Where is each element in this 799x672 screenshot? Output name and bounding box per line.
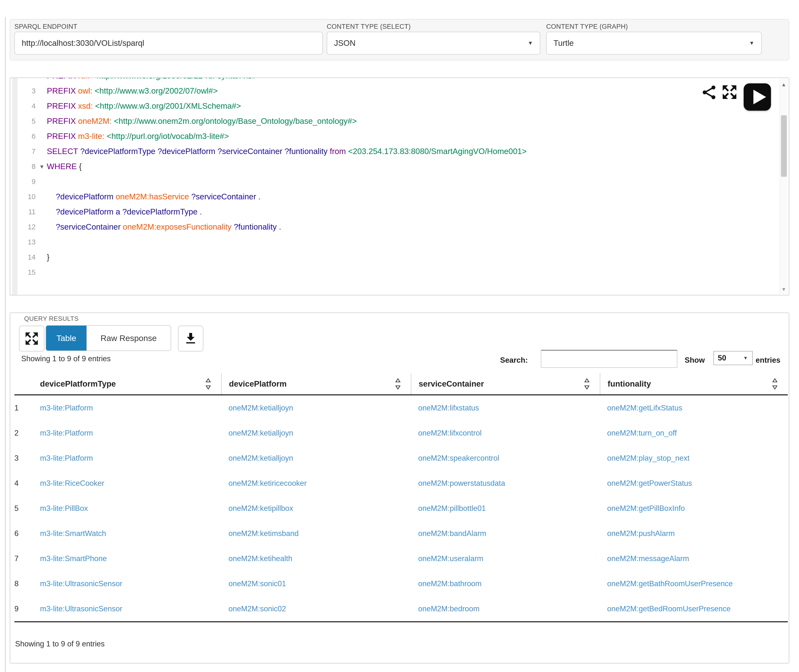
column-label: serviceContainer [419,379,484,389]
row-number: 2 [14,429,40,437]
result-cell-link[interactable]: oneM2M:ketialljoyn [229,404,293,412]
result-cell-link[interactable]: oneM2M:messageAlarm [607,554,689,563]
code-lines: PREFIX rdf: <http://www.w3.org/1999/02/2… [10,78,778,280]
content-type-select-value: JSON [334,38,355,48]
result-cell-link[interactable]: oneM2M:ketimsband [229,529,299,538]
result-cell-link[interactable]: oneM2M:sonic02 [229,605,286,613]
tab-raw-response[interactable]: Raw Response [86,326,171,350]
result-cell-link[interactable]: oneM2M:bandAlarm [418,529,486,538]
result-cell-link[interactable]: oneM2M:lifxstatus [418,404,479,412]
result-cell-link[interactable]: oneM2M:lifxcontrol [418,429,482,437]
header-cell-funtionality[interactable]: funtionality [600,373,788,394]
result-cell: m3-lite:Platform [40,429,221,437]
download-button[interactable] [178,326,203,352]
sort-icon[interactable] [205,378,211,390]
result-cell-link[interactable]: m3-lite:Platform [40,454,93,462]
code-text: PREFIX xsd: <http://www.w3.org/2001/XMLS… [47,98,241,114]
result-cell-link[interactable]: m3-lite:UltrasonicSensor [40,579,122,588]
search-input[interactable] [541,350,677,368]
result-cell-link[interactable]: m3-lite:UltrasonicSensor [40,605,122,613]
result-cell: oneM2M:pushAlarm [600,529,788,538]
result-cell-link[interactable]: oneM2M:getBedRoomUserPresence [607,605,731,613]
content-type-select-dropdown[interactable]: JSON ▼ [327,32,540,54]
code-line: 5PREFIX oneM2M: <http://www.onem2m.org/o… [10,114,778,129]
result-cell-link[interactable]: oneM2M:bedroom [418,605,480,613]
token-var: ?funtionality [234,222,279,231]
result-cell-link[interactable]: oneM2M:ketialljoyn [229,454,293,462]
scroll-down-icon[interactable]: ▼ [780,286,788,292]
code-text: WHERE { [47,159,82,174]
token-pfx: oneM2M:exposesFunctionality [123,222,234,231]
query-editor[interactable]: PREFIX rdf: <http://www.w3.org/1999/02/2… [10,77,789,295]
result-cell: m3-lite:PillBox [40,504,221,513]
result-cell-link[interactable]: oneM2M:ketiricecooker [229,479,306,488]
page-size-select[interactable]: 50 ▼ [713,351,753,365]
header-cell-devicePlatformType[interactable]: devicePlatformType [40,373,221,394]
fold-arrow-icon[interactable]: ▾ [40,159,43,174]
dropdown-caret-icon: ▼ [528,40,533,46]
code-line: 10 ?devicePlatform oneM2M:hasService ?se… [10,189,778,204]
run-query-button[interactable] [744,83,771,110]
result-cell-link[interactable]: oneM2M:getPillBoxInfo [607,504,685,513]
result-cell: oneM2M:ketihealth [221,554,411,563]
result-cell: oneM2M:getBathRoomUserPresence [600,579,788,588]
line-number: 10 [10,189,44,204]
result-cell-link[interactable]: oneM2M:bathroom [418,579,482,588]
content-type-graph-dropdown[interactable]: Turtle ▼ [546,32,762,54]
fullscreen-icon[interactable] [722,85,737,99]
page-size-value: 50 [718,354,726,362]
editor-scrollbar[interactable]: ▲ ▼ [780,79,788,294]
result-cell: oneM2M:bathroom [411,579,600,588]
share-icon[interactable] [702,85,716,99]
result-cell-link[interactable]: oneM2M:speakercontrol [418,454,500,462]
tab-table[interactable]: Table [46,326,86,350]
result-cell-link[interactable]: m3-lite:Platform [40,404,93,412]
results-view-tabs: Table Raw Response [46,325,171,351]
header-cell-serviceContainer[interactable]: serviceContainer [411,373,600,394]
result-cell-link[interactable]: m3-lite:SmartWatch [40,529,106,538]
result-cell: oneM2M:getBedRoomUserPresence [600,605,788,613]
result-cell: m3-lite:UltrasonicSensor [40,579,221,588]
result-cell-link[interactable]: oneM2M:getLifxStatus [607,404,682,412]
result-cell-link[interactable]: oneM2M:sonic01 [229,579,286,588]
sort-icon[interactable] [395,378,400,390]
token-pln [112,117,114,126]
code-text: SELECT ?devicePlatformType ?devicePlatfo… [47,144,527,159]
result-cell-link[interactable]: m3-lite:Platform [40,429,93,437]
result-cell-link[interactable]: oneM2M:turn_on_off [607,429,677,437]
column-label: devicePlatform [229,379,287,389]
token-pun: } [47,253,50,262]
code-line: 15 [10,265,778,280]
row-number: 8 [14,579,40,588]
result-cell: oneM2M:bedroom [411,605,600,613]
scroll-up-icon[interactable]: ▲ [780,82,788,88]
header-cell-devicePlatform[interactable]: devicePlatform [221,373,411,394]
result-cell-link[interactable]: m3-lite:RiceCooker [40,479,104,488]
result-cell-link[interactable]: oneM2M:pushAlarm [607,529,675,538]
result-cell: oneM2M:ketipillbox [221,504,411,513]
sort-icon[interactable] [584,378,589,390]
sparql-endpoint-input[interactable] [14,32,323,54]
result-cell-link[interactable]: oneM2M:getBathRoomUserPresence [607,579,733,588]
line-number: 12 [10,219,44,235]
table-row: 7m3-lite:SmartPhoneoneM2M:ketihealthoneM… [14,546,788,571]
result-cell-link[interactable]: m3-lite:SmartPhone [40,554,107,563]
result-cell: m3-lite:Platform [40,454,221,462]
result-cell-link[interactable]: oneM2M:ketialljoyn [229,429,293,437]
code-line-partial: PREFIX rdf: <http://www.w3.org/1999/02/2… [10,77,778,83]
result-cell-link[interactable]: oneM2M:useralarm [418,554,483,563]
sort-icon[interactable] [772,378,778,390]
code-text: ?serviceContainer oneM2M:exposesFunction… [47,219,281,235]
result-cell-link[interactable]: oneM2M:pillbottle01 [418,504,486,513]
results-fullscreen-button[interactable] [19,326,44,352]
token-var: ?devicePlatformType [80,147,157,156]
result-cell-link[interactable]: oneM2M:powerstatusdata [418,479,505,488]
result-cell-link[interactable]: oneM2M:getPowerStatus [607,479,692,488]
code-line: 4PREFIX xsd: <http://www.w3.org/2001/XML… [10,98,778,114]
token-pln [47,222,56,231]
editor-scrollbar-thumb[interactable] [781,115,787,177]
result-cell-link[interactable]: m3-lite:PillBox [40,504,88,513]
result-cell-link[interactable]: oneM2M:play_stop_next [607,454,690,462]
result-cell-link[interactable]: oneM2M:ketipillbox [229,504,293,513]
result-cell-link[interactable]: oneM2M:ketihealth [229,554,292,563]
